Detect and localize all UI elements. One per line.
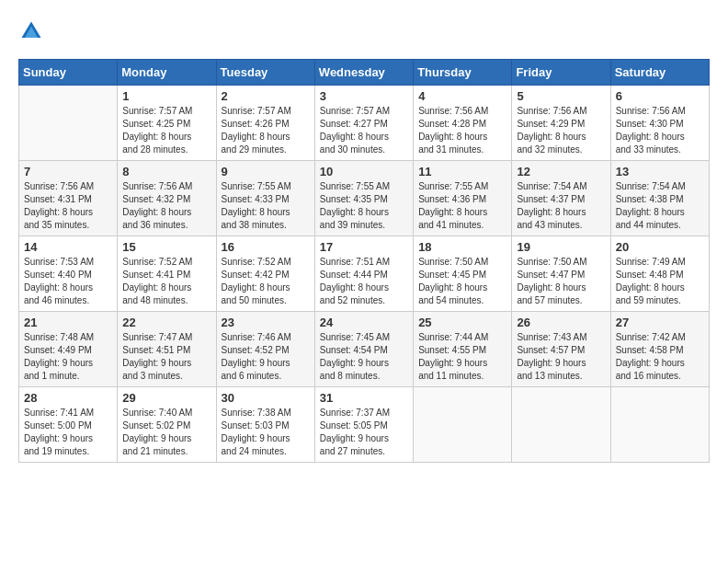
calendar-cell: 11Sunrise: 7:55 AM Sunset: 4:36 PM Dayli… xyxy=(414,161,512,236)
calendar-cell xyxy=(414,387,512,463)
day-number: 11 xyxy=(418,165,506,178)
day-info: Sunrise: 7:56 AM Sunset: 4:32 PM Dayligh… xyxy=(122,180,210,232)
day-number: 7 xyxy=(24,165,112,178)
calendar-cell: 25Sunrise: 7:44 AM Sunset: 4:55 PM Dayli… xyxy=(414,312,512,387)
day-info: Sunrise: 7:40 AM Sunset: 5:02 PM Dayligh… xyxy=(122,407,210,458)
day-info: Sunrise: 7:54 AM Sunset: 4:38 PM Dayligh… xyxy=(616,180,704,232)
day-number: 9 xyxy=(222,165,310,178)
calendar-cell: 31Sunrise: 7:37 AM Sunset: 5:05 PM Dayli… xyxy=(314,387,413,463)
day-header-sunday: Sunday xyxy=(19,60,118,86)
day-info: Sunrise: 7:45 AM Sunset: 4:54 PM Dayligh… xyxy=(320,331,408,383)
day-number: 13 xyxy=(616,165,704,178)
day-number: 16 xyxy=(222,240,310,254)
day-number: 31 xyxy=(320,391,408,405)
day-info: Sunrise: 7:49 AM Sunset: 4:48 PM Dayligh… xyxy=(616,256,704,307)
day-number: 19 xyxy=(517,240,605,254)
day-number: 2 xyxy=(222,89,310,103)
day-info: Sunrise: 7:47 AM Sunset: 4:51 PM Dayligh… xyxy=(122,331,210,383)
day-header-monday: Monday xyxy=(118,60,216,86)
calendar-cell: 24Sunrise: 7:45 AM Sunset: 4:54 PM Dayli… xyxy=(314,312,413,387)
logo-icon xyxy=(18,18,44,44)
day-header-wednesday: Wednesday xyxy=(314,60,413,86)
calendar-cell: 20Sunrise: 7:49 AM Sunset: 4:48 PM Dayli… xyxy=(610,236,709,312)
day-info: Sunrise: 7:50 AM Sunset: 4:47 PM Dayligh… xyxy=(517,256,605,307)
page-header xyxy=(18,18,710,44)
day-number: 23 xyxy=(222,316,310,329)
day-number: 3 xyxy=(320,89,408,103)
day-info: Sunrise: 7:56 AM Sunset: 4:30 PM Dayligh… xyxy=(616,105,704,156)
calendar-table: SundayMondayTuesdayWednesdayThursdayFrid… xyxy=(18,59,710,463)
day-info: Sunrise: 7:52 AM Sunset: 4:41 PM Dayligh… xyxy=(122,256,210,307)
day-info: Sunrise: 7:38 AM Sunset: 5:03 PM Dayligh… xyxy=(222,407,310,458)
calendar-cell: 26Sunrise: 7:43 AM Sunset: 4:57 PM Dayli… xyxy=(512,312,610,387)
day-number: 4 xyxy=(418,89,506,103)
calendar-cell xyxy=(610,387,709,463)
day-number: 18 xyxy=(418,240,506,254)
calendar-cell: 5Sunrise: 7:56 AM Sunset: 4:29 PM Daylig… xyxy=(512,86,610,161)
day-number: 29 xyxy=(122,391,210,405)
day-number: 21 xyxy=(24,316,112,329)
calendar-cell: 3Sunrise: 7:57 AM Sunset: 4:27 PM Daylig… xyxy=(314,86,413,161)
calendar-cell xyxy=(512,387,610,463)
calendar-cell: 16Sunrise: 7:52 AM Sunset: 4:42 PM Dayli… xyxy=(216,236,314,312)
calendar-cell: 21Sunrise: 7:48 AM Sunset: 4:49 PM Dayli… xyxy=(19,312,118,387)
day-number: 15 xyxy=(122,240,210,254)
calendar-cell: 10Sunrise: 7:55 AM Sunset: 4:35 PM Dayli… xyxy=(314,161,413,236)
calendar-cell: 2Sunrise: 7:57 AM Sunset: 4:26 PM Daylig… xyxy=(216,86,314,161)
day-header-thursday: Thursday xyxy=(414,60,512,86)
day-info: Sunrise: 7:52 AM Sunset: 4:42 PM Dayligh… xyxy=(222,256,310,307)
calendar-cell: 9Sunrise: 7:55 AM Sunset: 4:33 PM Daylig… xyxy=(216,161,314,236)
day-number: 5 xyxy=(517,89,605,103)
calendar-cell: 22Sunrise: 7:47 AM Sunset: 4:51 PM Dayli… xyxy=(118,312,216,387)
day-number: 30 xyxy=(222,391,310,405)
calendar-cell: 1Sunrise: 7:57 AM Sunset: 4:25 PM Daylig… xyxy=(118,86,216,161)
day-info: Sunrise: 7:57 AM Sunset: 4:27 PM Dayligh… xyxy=(320,105,408,156)
day-info: Sunrise: 7:37 AM Sunset: 5:05 PM Dayligh… xyxy=(320,407,408,458)
calendar-week-row: 1Sunrise: 7:57 AM Sunset: 4:25 PM Daylig… xyxy=(19,86,710,161)
day-number: 1 xyxy=(122,89,210,103)
day-info: Sunrise: 7:56 AM Sunset: 4:28 PM Dayligh… xyxy=(418,105,506,156)
day-info: Sunrise: 7:50 AM Sunset: 4:45 PM Dayligh… xyxy=(418,256,506,307)
day-info: Sunrise: 7:55 AM Sunset: 4:35 PM Dayligh… xyxy=(320,180,408,232)
day-header-saturday: Saturday xyxy=(610,60,709,86)
day-number: 14 xyxy=(24,240,112,254)
calendar-cell xyxy=(19,86,118,161)
calendar-cell: 14Sunrise: 7:53 AM Sunset: 4:40 PM Dayli… xyxy=(19,236,118,312)
day-info: Sunrise: 7:57 AM Sunset: 4:26 PM Dayligh… xyxy=(222,105,310,156)
logo xyxy=(18,18,48,44)
day-number: 17 xyxy=(320,240,408,254)
calendar-cell: 27Sunrise: 7:42 AM Sunset: 4:58 PM Dayli… xyxy=(610,312,709,387)
calendar-cell: 17Sunrise: 7:51 AM Sunset: 4:44 PM Dayli… xyxy=(314,236,413,312)
day-info: Sunrise: 7:56 AM Sunset: 4:31 PM Dayligh… xyxy=(24,180,112,232)
day-number: 27 xyxy=(616,316,704,329)
day-info: Sunrise: 7:55 AM Sunset: 4:33 PM Dayligh… xyxy=(222,180,310,232)
calendar-cell: 8Sunrise: 7:56 AM Sunset: 4:32 PM Daylig… xyxy=(118,161,216,236)
day-number: 22 xyxy=(122,316,210,329)
day-number: 8 xyxy=(122,165,210,178)
day-info: Sunrise: 7:55 AM Sunset: 4:36 PM Dayligh… xyxy=(418,180,506,232)
calendar-cell: 6Sunrise: 7:56 AM Sunset: 4:30 PM Daylig… xyxy=(610,86,709,161)
day-info: Sunrise: 7:44 AM Sunset: 4:55 PM Dayligh… xyxy=(418,331,506,383)
calendar-cell: 29Sunrise: 7:40 AM Sunset: 5:02 PM Dayli… xyxy=(118,387,216,463)
day-number: 6 xyxy=(616,89,704,103)
day-number: 20 xyxy=(616,240,704,254)
day-number: 12 xyxy=(517,165,605,178)
calendar-cell: 12Sunrise: 7:54 AM Sunset: 4:37 PM Dayli… xyxy=(512,161,610,236)
day-info: Sunrise: 7:56 AM Sunset: 4:29 PM Dayligh… xyxy=(517,105,605,156)
day-info: Sunrise: 7:41 AM Sunset: 5:00 PM Dayligh… xyxy=(24,407,112,458)
calendar-cell: 4Sunrise: 7:56 AM Sunset: 4:28 PM Daylig… xyxy=(414,86,512,161)
day-number: 26 xyxy=(517,316,605,329)
calendar-cell: 28Sunrise: 7:41 AM Sunset: 5:00 PM Dayli… xyxy=(19,387,118,463)
day-info: Sunrise: 7:53 AM Sunset: 4:40 PM Dayligh… xyxy=(24,256,112,307)
day-info: Sunrise: 7:54 AM Sunset: 4:37 PM Dayligh… xyxy=(517,180,605,232)
calendar-cell: 7Sunrise: 7:56 AM Sunset: 4:31 PM Daylig… xyxy=(19,161,118,236)
calendar-cell: 19Sunrise: 7:50 AM Sunset: 4:47 PM Dayli… xyxy=(512,236,610,312)
calendar-cell: 18Sunrise: 7:50 AM Sunset: 4:45 PM Dayli… xyxy=(414,236,512,312)
day-header-friday: Friday xyxy=(512,60,610,86)
calendar-cell: 23Sunrise: 7:46 AM Sunset: 4:52 PM Dayli… xyxy=(216,312,314,387)
day-number: 28 xyxy=(24,391,112,405)
day-info: Sunrise: 7:51 AM Sunset: 4:44 PM Dayligh… xyxy=(320,256,408,307)
day-number: 25 xyxy=(418,316,506,329)
day-number: 24 xyxy=(320,316,408,329)
day-number: 10 xyxy=(320,165,408,178)
